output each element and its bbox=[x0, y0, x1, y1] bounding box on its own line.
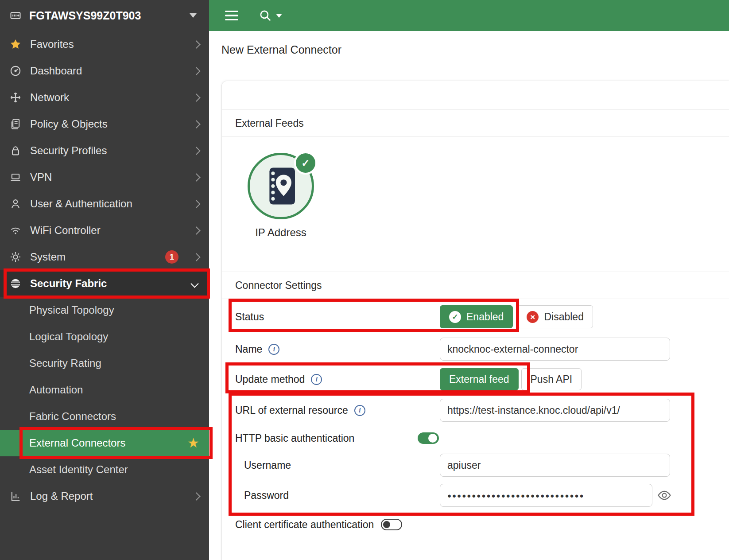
sidebar-subitem-external-connectors[interactable]: External Connectors ★ bbox=[0, 430, 209, 456]
chevron-right-icon bbox=[192, 147, 200, 155]
sidebar-subitem-label: Asset Identity Center bbox=[29, 463, 128, 476]
sidebar-item-log-report[interactable]: Log & Report bbox=[0, 483, 209, 509]
menu-icon[interactable] bbox=[225, 11, 238, 21]
external-feed-button[interactable]: External feed bbox=[440, 368, 519, 390]
status-disabled-button[interactable]: × Disabled bbox=[517, 305, 593, 328]
chevron-right-icon bbox=[192, 40, 200, 48]
connector-form-card: External Feeds ✓ IP Addre bbox=[221, 81, 729, 560]
dashboard-icon bbox=[9, 64, 22, 78]
disabled-button-label: Disabled bbox=[544, 311, 584, 323]
status-enabled-button[interactable]: ✓ Enabled bbox=[440, 305, 513, 328]
check-circle-icon: ✓ bbox=[449, 311, 461, 323]
x-circle-icon: × bbox=[527, 311, 539, 323]
sidebar: FGTAWSYS99Z0T903 Favorites Dashboard bbox=[0, 0, 209, 560]
sidebar-item-vpn[interactable]: VPN bbox=[0, 164, 209, 191]
gear-icon bbox=[9, 250, 22, 264]
url-input[interactable] bbox=[440, 399, 670, 422]
wifi-icon bbox=[9, 224, 22, 237]
card-spacer bbox=[222, 81, 729, 109]
caret-down-icon bbox=[190, 13, 197, 18]
sidebar-item-wifi-controller[interactable]: WiFi Controller bbox=[0, 217, 209, 244]
chevron-right-icon bbox=[192, 226, 200, 234]
feed-tile-ip-address[interactable]: ✓ IP Address bbox=[248, 153, 318, 239]
page-title: New External Connector bbox=[221, 43, 341, 56]
device-name: FGTAWSYS99Z0T903 bbox=[29, 9, 141, 22]
external-feed-button-label: External feed bbox=[449, 373, 509, 385]
username-label: Username bbox=[244, 459, 291, 471]
topbar bbox=[209, 0, 729, 31]
url-label: URL of external resource bbox=[235, 404, 348, 416]
search-control[interactable] bbox=[259, 9, 282, 22]
policy-document-icon bbox=[9, 117, 22, 131]
sidebar-subitem-physical-topology[interactable]: Physical Topology bbox=[0, 297, 209, 323]
username-row: Username bbox=[222, 451, 729, 480]
sidebar-subitem-security-rating[interactable]: Security Rating bbox=[0, 350, 209, 377]
info-icon[interactable]: i bbox=[268, 344, 279, 355]
name-row: Name i bbox=[222, 334, 729, 364]
password-input[interactable] bbox=[440, 484, 652, 507]
sidebar-item-label: Security Profiles bbox=[30, 144, 107, 157]
chevron-right-icon bbox=[192, 67, 200, 75]
status-label: Status bbox=[235, 311, 264, 323]
push-api-button[interactable]: Push API bbox=[521, 368, 582, 390]
ip-address-icon: ✓ bbox=[248, 153, 314, 219]
log-chart-icon bbox=[9, 490, 22, 503]
vpn-monitor-icon bbox=[9, 171, 22, 184]
sidebar-item-label: Dashboard bbox=[30, 65, 82, 77]
update-method-row: Update method i External feed Push API bbox=[222, 364, 729, 395]
name-label: Name bbox=[235, 343, 262, 355]
device-selector[interactable]: FGTAWSYS99Z0T903 bbox=[0, 0, 209, 31]
chevron-right-icon bbox=[192, 120, 200, 128]
password-row: Password bbox=[222, 480, 729, 511]
chevron-right-icon bbox=[192, 492, 200, 500]
username-input[interactable] bbox=[440, 454, 670, 477]
chevron-right-icon bbox=[192, 173, 200, 181]
name-input[interactable] bbox=[440, 338, 670, 361]
sidebar-item-label: System bbox=[30, 251, 66, 263]
lock-icon bbox=[9, 144, 22, 157]
sidebar-item-label: Network bbox=[30, 91, 69, 104]
http-basic-auth-row: HTTP basic authentication bbox=[222, 426, 729, 451]
push-api-button-label: Push API bbox=[531, 373, 573, 385]
sidebar-item-dashboard[interactable]: Dashboard bbox=[0, 58, 209, 84]
sidebar-item-security-profiles[interactable]: Security Profiles bbox=[0, 137, 209, 164]
info-icon[interactable]: i bbox=[311, 374, 322, 385]
sidebar-item-label: WiFi Controller bbox=[30, 224, 101, 237]
section-header-connector-settings: Connector Settings bbox=[222, 272, 729, 299]
sidebar-item-network[interactable]: Network bbox=[0, 84, 209, 111]
sidebar-subitem-label: Fabric Connectors bbox=[29, 410, 116, 423]
sidebar-item-system[interactable]: System 1 bbox=[0, 244, 209, 270]
status-row: Status ✓ Enabled × Disabled bbox=[222, 299, 729, 334]
eye-icon[interactable] bbox=[657, 488, 672, 503]
client-cert-auth-row: Client certificate authentication bbox=[222, 511, 729, 538]
sidebar-item-policy-objects[interactable]: Policy & Objects bbox=[0, 111, 209, 137]
sidebar-subitem-fabric-connectors[interactable]: Fabric Connectors bbox=[0, 403, 209, 430]
favorite-star-icon[interactable]: ★ bbox=[187, 436, 199, 450]
chevron-right-icon bbox=[192, 200, 200, 208]
sidebar-item-user-authentication[interactable]: User & Authentication bbox=[0, 191, 209, 217]
sidebar-subitem-automation[interactable]: Automation bbox=[0, 377, 209, 403]
selected-check-icon: ✓ bbox=[294, 152, 317, 175]
enabled-button-label: Enabled bbox=[466, 311, 504, 323]
network-icon bbox=[9, 91, 22, 104]
sidebar-item-favorites[interactable]: Favorites bbox=[0, 31, 209, 58]
sidebar-subitem-logical-topology[interactable]: Logical Topology bbox=[0, 323, 209, 350]
screen: FGTAWSYS99Z0T903 Favorites Dashboard bbox=[0, 0, 729, 560]
search-icon bbox=[259, 9, 272, 22]
client-cert-auth-label: Client certificate authentication bbox=[235, 519, 374, 531]
sidebar-subitem-label: External Connectors bbox=[29, 437, 125, 449]
chevron-right-icon bbox=[192, 93, 200, 101]
sidebar-subitem-label: Logical Topology bbox=[29, 331, 108, 343]
url-row: URL of external resource i bbox=[222, 395, 729, 426]
client-cert-auth-toggle[interactable] bbox=[381, 519, 402, 530]
sidebar-item-security-fabric[interactable]: Security Fabric bbox=[0, 270, 209, 297]
sidebar-subitem-label: Physical Topology bbox=[29, 304, 114, 316]
sidebar-item-label: VPN bbox=[30, 171, 52, 183]
info-icon[interactable]: i bbox=[354, 405, 365, 416]
security-fabric-icon bbox=[9, 277, 22, 290]
star-icon bbox=[9, 38, 22, 51]
sidebar-subitem-asset-identity-center[interactable]: Asset Identity Center bbox=[0, 456, 209, 483]
sidebar-item-label: Security Fabric bbox=[30, 277, 107, 290]
http-basic-auth-toggle[interactable] bbox=[418, 432, 439, 444]
chevron-down-icon bbox=[190, 280, 198, 288]
